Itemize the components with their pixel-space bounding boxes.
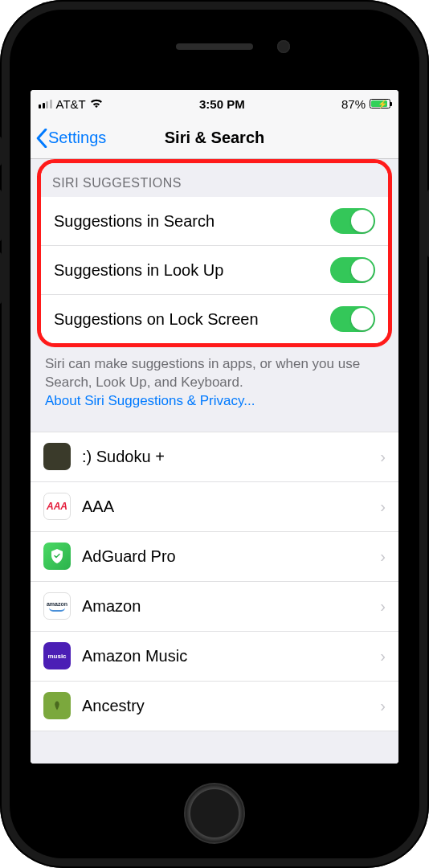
carrier-label: AT&T bbox=[56, 97, 86, 111]
app-row-ancestry[interactable]: Ancestry › bbox=[31, 682, 398, 731]
chevron-right-icon: › bbox=[380, 597, 386, 616]
toggle-suggestions-lockscreen[interactable] bbox=[330, 306, 375, 332]
footer-text: Siri can make suggestions in apps, or wh… bbox=[45, 356, 360, 390]
status-time: 3:50 PM bbox=[199, 97, 245, 111]
toggle-label: Suggestions in Look Up bbox=[54, 261, 223, 280]
battery-icon: ⚡ bbox=[370, 99, 390, 108]
app-name-label: Amazon Music bbox=[82, 647, 369, 665]
app-row-adguard[interactable]: AdGuard Pro › bbox=[31, 532, 398, 582]
chevron-left-icon bbox=[35, 129, 48, 148]
chevron-right-icon: › bbox=[380, 647, 386, 665]
app-row-sudoku[interactable]: :) Sudoku + › bbox=[31, 432, 398, 482]
volume-up bbox=[0, 190, 2, 241]
back-label: Settings bbox=[48, 129, 106, 147]
app-row-amazon[interactable]: amazon Amazon › bbox=[31, 582, 398, 632]
app-name-label: Ancestry bbox=[82, 697, 369, 715]
chevron-right-icon: › bbox=[380, 547, 386, 566]
app-list: :) Sudoku + › AAA AAA › AdGuard Pro › bbox=[31, 432, 398, 731]
back-button[interactable]: Settings bbox=[31, 129, 106, 148]
toggle-label: Suggestions on Lock Screen bbox=[54, 310, 259, 329]
toggle-label: Suggestions in Search bbox=[54, 212, 214, 231]
app-icon bbox=[43, 542, 71, 570]
chevron-right-icon: › bbox=[380, 697, 386, 715]
home-button[interactable] bbox=[184, 783, 245, 844]
app-name-label: AAA bbox=[82, 497, 369, 516]
app-icon bbox=[43, 443, 71, 470]
earpiece bbox=[176, 43, 253, 50]
battery-percent: 87% bbox=[341, 97, 366, 111]
chevron-right-icon: › bbox=[380, 497, 386, 516]
content-scroll[interactable]: SIRI SUGGESTIONS Suggestions in Search S… bbox=[31, 159, 398, 764]
section-footer: Siri can make suggestions in apps, or wh… bbox=[31, 347, 398, 432]
front-camera bbox=[277, 40, 290, 53]
app-row-aaa[interactable]: AAA AAA › bbox=[31, 482, 398, 532]
about-privacy-link[interactable]: About Siri Suggestions & Privacy... bbox=[45, 393, 255, 408]
app-name-label: :) Sudoku + bbox=[82, 448, 369, 466]
app-icon: music bbox=[43, 642, 71, 669]
volume-down bbox=[0, 252, 2, 304]
toggle-row-lookup: Suggestions in Look Up bbox=[41, 246, 388, 295]
app-name-label: AdGuard Pro bbox=[82, 547, 369, 566]
screen: AT&T 3:50 PM 87% ⚡ Settings bbox=[31, 90, 398, 764]
app-row-amazon-music[interactable]: music Amazon Music › bbox=[31, 632, 398, 682]
app-icon: AAA bbox=[43, 493, 71, 520]
page-title: Siri & Search bbox=[165, 129, 265, 147]
app-icon: amazon bbox=[43, 592, 71, 620]
toggle-row-lockscreen: Suggestions on Lock Screen bbox=[41, 295, 388, 343]
chevron-right-icon: › bbox=[380, 448, 386, 466]
app-name-label: Amazon bbox=[82, 597, 369, 616]
signal-icon bbox=[39, 100, 52, 108]
status-bar: AT&T 3:50 PM 87% ⚡ bbox=[31, 90, 398, 117]
section-header-siri: SIRI SUGGESTIONS bbox=[41, 163, 388, 197]
highlighted-section: SIRI SUGGESTIONS Suggestions in Search S… bbox=[37, 159, 392, 347]
wifi-icon bbox=[90, 99, 103, 108]
toggle-row-search: Suggestions in Search bbox=[41, 197, 388, 246]
toggle-suggestions-lookup[interactable] bbox=[330, 257, 375, 283]
app-icon bbox=[43, 692, 71, 719]
mute-switch bbox=[0, 137, 2, 166]
phone-frame: AT&T 3:50 PM 87% ⚡ Settings bbox=[0, 0, 429, 868]
toggle-suggestions-search[interactable] bbox=[330, 208, 375, 234]
nav-bar: Settings Siri & Search bbox=[31, 117, 398, 159]
